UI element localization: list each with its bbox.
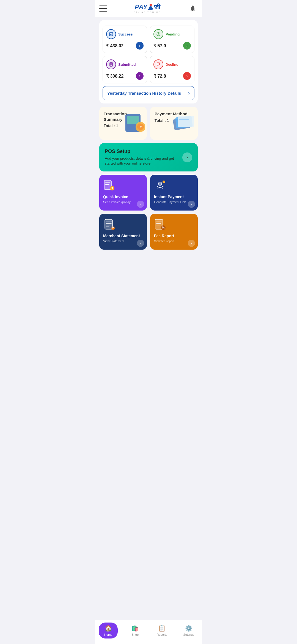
stat-card-decline[interactable]: Decline ₹ 72.8 › <box>150 56 194 83</box>
merchant-statement-icon: ₹ <box>103 218 143 232</box>
transaction-summary-card[interactable]: Transaction Summary Total : 1 ₹ <box>99 107 147 140</box>
svg-line-2 <box>152 8 153 10</box>
pos-banner-description: Add your products, details & pricing and… <box>105 156 179 166</box>
transaction-summary-title: Transaction Summary <box>104 111 142 122</box>
stat-amount-2: ₹ 57.0 <box>153 43 166 48</box>
stats-container: Success ₹ 438.02 › Pending <box>99 20 198 103</box>
logo-figure-icon <box>148 4 153 11</box>
logo-ji: जी <box>154 3 160 11</box>
payment-method-title: Payment Method <box>155 111 193 117</box>
logo-tagline: PAY AS YOU GO <box>134 11 161 13</box>
pos-setup-banner[interactable]: POS Setup Add your products, details & p… <box>99 143 198 171</box>
svg-rect-29 <box>105 219 112 229</box>
svg-point-0 <box>150 4 152 6</box>
logo-pay: PAY <box>135 3 147 11</box>
partial-stats-row: Success ₹ 438.02 › Pending <box>103 26 194 53</box>
stat-arrow-submitted[interactable]: › <box>136 72 144 80</box>
merchant-statement-card[interactable]: ₹ Merchant Statement View Statement › <box>99 214 147 250</box>
stat-arrow-1[interactable]: › <box>136 42 144 50</box>
quick-invoice-title: Quick Invoice <box>103 194 143 199</box>
yesterday-transaction-arrow-icon: › <box>188 90 190 96</box>
stat-card-partial-1[interactable]: Success ₹ 438.02 › <box>103 26 147 53</box>
fee-report-card[interactable]: % Fee Report View fee report › <box>150 214 198 250</box>
instant-payment-title: Instant Payment <box>154 194 194 199</box>
stat-icon-submitted <box>106 59 116 69</box>
pos-banner-arrow-icon[interactable]: › <box>182 152 192 162</box>
summary-grid: Transaction Summary Total : 1 ₹ Payment … <box>99 107 198 140</box>
fee-report-title: Fee Report <box>154 233 194 238</box>
clock-icon <box>156 32 161 36</box>
menu-button[interactable] <box>99 6 107 12</box>
instant-payment-arrow-icon[interactable]: › <box>188 201 195 208</box>
fee-report-icon: % <box>154 218 194 232</box>
svg-text:✦: ✦ <box>163 181 165 184</box>
app-header: PAY जी PAY AS YOU GO <box>95 0 202 17</box>
pos-banner-title: POS Setup <box>105 149 179 154</box>
notification-button[interactable] <box>188 4 198 13</box>
stat-arrow-2[interactable]: › <box>183 42 191 50</box>
main-content: Success ₹ 438.02 › Pending <box>95 20 202 280</box>
merchant-statement-title: Merchant Statement <box>103 233 143 238</box>
stat-label-pending: Pending <box>166 32 180 36</box>
payment-method-card[interactable]: Payment Method Total : 1 <box>150 107 198 140</box>
svg-rect-3 <box>109 32 113 36</box>
instant-payment-card[interactable]: ✦ Instant Payment Generate Payment Link … <box>150 175 198 211</box>
quick-invoice-icon: $ <box>103 179 143 193</box>
stat-amount-decline: ₹ 72.8 <box>153 73 166 79</box>
transaction-summary-total: Total : 1 <box>104 124 142 128</box>
svg-text:%: % <box>162 226 165 229</box>
stat-icon-green <box>153 29 163 39</box>
yesterday-transaction-button[interactable]: Yesterday Transaction History Details › <box>103 86 194 100</box>
fee-report-arrow-icon[interactable]: › <box>188 240 195 247</box>
svg-text:$: $ <box>111 187 113 190</box>
app-logo: PAY जी PAY AS YOU GO <box>134 3 161 13</box>
stat-icon-decline <box>153 59 163 69</box>
quick-invoice-card[interactable]: $ Quick Invoice Send invoice quickly › <box>99 175 147 211</box>
bell-icon <box>189 5 196 12</box>
stat-label-success: Success <box>118 32 133 36</box>
stat-amount-1: ₹ 438.02 <box>106 43 123 48</box>
stat-card-partial-2[interactable]: Pending ₹ 57.0 › <box>150 26 194 53</box>
full-stats-row: Submitted ₹ 308.22 › Decline <box>103 56 194 83</box>
stat-icon-blue <box>106 29 116 39</box>
stat-arrow-decline[interactable]: › <box>183 72 191 80</box>
document-icon <box>109 62 113 67</box>
instant-payment-icon: ✦ <box>154 179 194 193</box>
stat-card-submitted[interactable]: Submitted ₹ 308.22 › <box>103 56 147 83</box>
thumbs-down-icon <box>156 62 161 67</box>
stat-amount-submitted: ₹ 308.22 <box>106 73 123 79</box>
payment-method-total: Total : 1 <box>155 118 193 123</box>
action-cards-grid: $ Quick Invoice Send invoice quickly › ✦… <box>99 175 198 250</box>
check-icon <box>109 32 113 36</box>
yesterday-transaction-label: Yesterday Transaction History Details <box>107 91 181 95</box>
merchant-statement-arrow-icon[interactable]: › <box>137 240 144 247</box>
svg-line-1 <box>148 8 149 10</box>
svg-text:₹: ₹ <box>112 227 114 230</box>
stat-label-submitted: Submitted <box>118 62 136 67</box>
stat-label-decline: Decline <box>166 62 178 67</box>
quick-invoice-arrow-icon[interactable]: › <box>137 201 144 208</box>
